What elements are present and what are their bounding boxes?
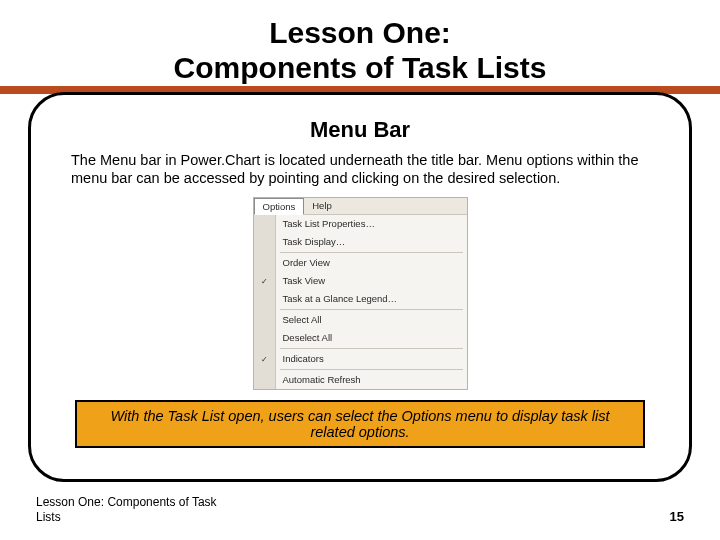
- dropdown-menu: ✓ ✓ Task List Properties… Task Display… …: [254, 215, 467, 389]
- title-line2: Components of Task Lists: [174, 51, 547, 84]
- page-number: 15: [670, 509, 684, 524]
- dropdown-items: Task List Properties… Task Display… Orde…: [276, 215, 467, 389]
- menu-options[interactable]: Options: [254, 198, 305, 215]
- callout-box: With the Task List open, users can selec…: [75, 400, 645, 448]
- content-frame: Menu Bar The Menu bar in Power.Chart is …: [28, 92, 692, 482]
- menu-item[interactable]: Deselect All: [276, 329, 467, 347]
- menu-help[interactable]: Help: [304, 198, 340, 214]
- menu-separator: [280, 369, 463, 370]
- menu-item[interactable]: Automatic Refresh: [276, 371, 467, 389]
- body-text: The Menu bar in Power.Chart is located u…: [71, 151, 649, 187]
- menu-screenshot: Options Help ✓ ✓ Task List Properties…: [253, 197, 468, 390]
- menu-item[interactable]: Task View: [276, 272, 467, 290]
- section-heading: Menu Bar: [71, 117, 649, 143]
- menu-item[interactable]: Task Display…: [276, 233, 467, 251]
- footer-lesson-label: Lesson One: Components of Task Lists: [36, 495, 236, 524]
- menu-item[interactable]: Task at a Glance Legend…: [276, 290, 467, 308]
- menu-bar: Options Help: [254, 198, 467, 215]
- menu-separator: [280, 252, 463, 253]
- menu-separator: [280, 348, 463, 349]
- menu-item[interactable]: Indicators: [276, 350, 467, 368]
- menu-item[interactable]: Select All: [276, 311, 467, 329]
- menu-item[interactable]: Order View: [276, 254, 467, 272]
- menu-separator: [280, 309, 463, 310]
- check-icon: ✓: [254, 350, 275, 368]
- title-line1: Lesson One:: [269, 16, 451, 49]
- check-icon: ✓: [254, 272, 275, 290]
- slide-title: Lesson One: Components of Task Lists: [0, 16, 720, 85]
- dropdown-icon-column: ✓ ✓: [254, 215, 276, 389]
- menu-item[interactable]: Task List Properties…: [276, 215, 467, 233]
